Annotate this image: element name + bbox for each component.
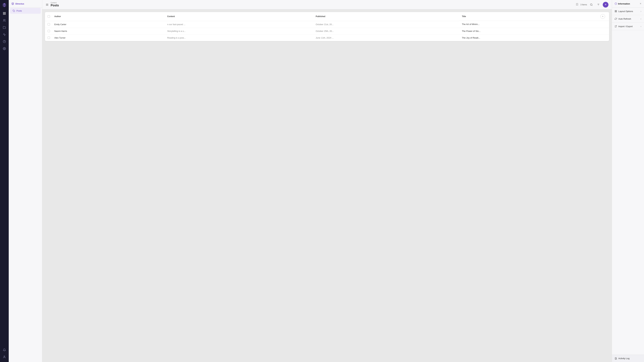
svg-marker-10	[12, 2, 14, 4]
sidebar-item-posts[interactable]: Posts	[10, 8, 41, 14]
content-column-header: Content	[164, 12, 313, 21]
svg-point-5	[4, 19, 4, 20]
row-published-2: June 11th, 2024 ...	[313, 34, 459, 41]
import-export-icon	[615, 25, 617, 27]
svg-rect-2	[5, 12, 6, 13]
row-author-1: Naomi Harris	[52, 28, 164, 34]
add-column-button[interactable]	[600, 14, 605, 19]
row-published-0: October 21st, 20...	[313, 21, 459, 28]
files-nav-icon[interactable]	[1, 24, 8, 30]
row-select-cell[interactable]	[45, 21, 52, 28]
row-checkbox-1[interactable]	[48, 30, 50, 32]
add-record-button[interactable]: +	[603, 2, 608, 7]
svg-point-8	[4, 48, 5, 49]
panel-spacer	[612, 30, 644, 355]
info-icon	[615, 2, 617, 5]
content-area: Content Posts 3 Items	[42, 0, 612, 362]
row-select-cell[interactable]	[45, 34, 52, 41]
svg-rect-1	[3, 12, 4, 13]
notifications-nav-icon[interactable]	[1, 347, 8, 353]
items-count: 3 Items	[580, 3, 587, 6]
table-row[interactable]: Emily Carter n our fast-paced ... Octobe…	[45, 21, 609, 28]
breadcrumb: Content Posts	[51, 2, 574, 7]
layout-options-section[interactable]: Layout Options ›	[612, 7, 644, 15]
svg-point-9	[4, 356, 5, 357]
row-content-0: n our fast-paced ...	[164, 21, 313, 28]
content-nav-icon[interactable]	[1, 10, 8, 16]
svg-rect-4	[5, 14, 6, 14]
profile-nav-icon[interactable]	[1, 354, 8, 360]
close-panel-button[interactable]: ×	[640, 2, 641, 5]
icon-sidebar	[0, 0, 9, 362]
svg-point-0	[4, 5, 5, 5]
row-published-1: October 25th, 20...	[313, 28, 459, 34]
sidebar-app-name: Directus	[16, 2, 24, 5]
app-logo[interactable]	[1, 2, 8, 8]
right-panel-header: Information ×	[612, 0, 644, 7]
svg-rect-26	[615, 11, 616, 12]
row-author-0: Emily Carter	[52, 21, 164, 28]
posts-icon	[13, 10, 15, 12]
svg-rect-3	[3, 14, 4, 14]
users-nav-icon[interactable]	[1, 17, 8, 23]
import-export-chevron: ›	[640, 25, 641, 28]
select-all-header[interactable]	[45, 12, 52, 21]
published-column-header: Published	[313, 12, 459, 21]
title-column-header: Title	[459, 12, 609, 21]
layout-options-icon	[615, 10, 617, 12]
posts-nav-label: Posts	[16, 9, 22, 12]
breadcrumb-parent: Content	[51, 2, 574, 4]
row-content-1: Storytelling is a u...	[164, 28, 313, 34]
row-author-2: Alex Turner	[52, 34, 164, 41]
svg-rect-24	[615, 10, 616, 11]
page-title: Posts	[51, 4, 574, 7]
table-header-row: Author Content Published Title	[45, 12, 609, 21]
filter-button[interactable]	[596, 2, 601, 7]
table-row[interactable]: Alex Turner Reading is a pow... June 11t…	[45, 34, 609, 41]
bookmark-button[interactable]	[576, 3, 578, 6]
svg-rect-27	[616, 11, 617, 12]
topbar: Content Posts 3 Items	[42, 0, 612, 9]
add-record-icon: +	[604, 3, 606, 6]
table-row[interactable]: Naomi Harris Storytelling is a u... Octo…	[45, 28, 609, 34]
auto-refresh-icon	[615, 17, 617, 20]
select-all-checkbox[interactable]	[48, 15, 50, 17]
import-export-section[interactable]: Import / Export ›	[612, 23, 644, 30]
activity-log-icon	[615, 357, 617, 360]
author-column-header: Author	[52, 12, 164, 21]
hamburger-button[interactable]	[46, 3, 49, 6]
right-panel: Information × Layout Options › Auto Refr…	[612, 0, 644, 362]
row-title-1: The Power of Sto...	[459, 28, 609, 34]
topbar-actions: 3 Items +	[580, 2, 608, 7]
main-sidebar: Directus Posts	[9, 0, 42, 362]
sidebar-logo-icon	[12, 2, 14, 5]
svg-point-14	[590, 4, 592, 5]
auto-refresh-chevron: ›	[640, 17, 641, 20]
activity-log-section[interactable]: Activity Log	[612, 355, 644, 362]
svg-rect-25	[616, 10, 617, 11]
svg-line-15	[592, 5, 592, 6]
row-title-0: The Art of Minim...	[459, 21, 609, 28]
sidebar-header: Directus	[9, 0, 42, 7]
layout-options-chevron: ›	[640, 10, 641, 12]
auto-refresh-section[interactable]: Auto Refresh ›	[612, 15, 644, 23]
posts-table: Author Content Published Title	[45, 12, 609, 41]
settings-nav-icon[interactable]	[1, 45, 8, 52]
row-select-cell[interactable]	[45, 28, 52, 34]
row-checkbox-2[interactable]	[48, 36, 50, 39]
row-title-2: The Joy of Readi...	[459, 34, 609, 41]
row-checkbox-0[interactable]	[48, 23, 50, 25]
panel-title: Information	[615, 2, 630, 5]
row-content-2: Reading is a pow...	[164, 34, 313, 41]
search-button[interactable]	[589, 2, 594, 7]
help-nav-icon[interactable]	[1, 38, 8, 44]
posts-table-container: Author Content Published Title	[45, 12, 609, 41]
analytics-nav-icon[interactable]	[1, 31, 8, 37]
